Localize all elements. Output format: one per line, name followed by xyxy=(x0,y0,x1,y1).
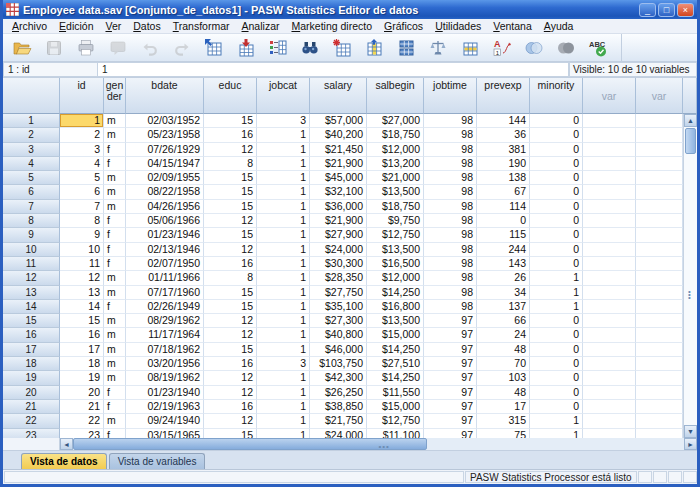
row-header-22[interactable]: 22 xyxy=(3,414,60,428)
cell-r13-minority[interactable]: 1 xyxy=(530,286,583,300)
cell-r17-var-11[interactable] xyxy=(636,343,683,357)
maximize-button[interactable]: □ xyxy=(658,3,675,17)
cell-r17-jobtime[interactable]: 97 xyxy=(424,343,477,357)
col-header-salary[interactable]: salary xyxy=(310,78,367,114)
goto-case-button[interactable] xyxy=(199,36,229,60)
cell-r19-var-10[interactable] xyxy=(583,371,636,385)
cell-r11-jobtime[interactable]: 98 xyxy=(424,257,477,271)
cell-r7-prevexp[interactable]: 114 xyxy=(477,200,530,214)
cell-r8-var-10[interactable] xyxy=(583,214,636,228)
pane-splitter-dots[interactable]: ••• xyxy=(688,290,691,299)
cell-r18-jobtime[interactable]: 97 xyxy=(424,357,477,371)
spell-check-button[interactable]: ABC xyxy=(583,36,613,60)
cell-r21-jobcat[interactable]: 1 xyxy=(257,400,310,414)
menu-ayuda[interactable]: Ayuda xyxy=(538,20,580,32)
cell-r7-minority[interactable]: 0 xyxy=(530,200,583,214)
close-button[interactable]: × xyxy=(677,3,694,17)
cell-r9-educ[interactable]: 15 xyxy=(204,228,257,242)
row-header-13[interactable]: 13 xyxy=(3,286,60,300)
cell-r23-jobcat[interactable]: 1 xyxy=(257,429,310,438)
scroll-left-button[interactable]: ◄ xyxy=(60,438,73,450)
row-header-21[interactable]: 21 xyxy=(3,400,60,414)
cell-r6-minority[interactable]: 0 xyxy=(530,185,583,199)
cell-r8-bdate[interactable]: 05/06/1966 xyxy=(126,214,204,228)
cell-r14-salary[interactable]: $35,100 xyxy=(310,300,367,314)
cell-r3-jobcat[interactable]: 1 xyxy=(257,143,310,157)
cell-r12-var-11[interactable] xyxy=(636,271,683,285)
cell-r1-gender[interactable]: m xyxy=(104,114,126,128)
tab-vista-de-datos[interactable]: Vista de datos xyxy=(21,453,107,469)
col-header-prevexp[interactable]: prevexp xyxy=(477,78,530,114)
cell-r9-salary[interactable]: $27,900 xyxy=(310,228,367,242)
cell-r14-id[interactable]: 14 xyxy=(60,300,104,314)
row-header-9[interactable]: 9 xyxy=(3,228,60,242)
row-header-14[interactable]: 14 xyxy=(3,300,60,314)
cell-r15-minority[interactable]: 0 xyxy=(530,314,583,328)
col-header-var-10[interactable]: var xyxy=(583,78,636,114)
cell-r10-var-10[interactable] xyxy=(583,243,636,257)
cell-r4-salary[interactable]: $21,900 xyxy=(310,157,367,171)
cell-r1-id[interactable]: 1 xyxy=(60,114,104,128)
cell-r17-id[interactable]: 17 xyxy=(60,343,104,357)
cell-r2-salary[interactable]: $40,200 xyxy=(310,128,367,142)
cell-r10-jobtime[interactable]: 98 xyxy=(424,243,477,257)
cell-r4-jobtime[interactable]: 98 xyxy=(424,157,477,171)
cell-r7-gender[interactable]: m xyxy=(104,200,126,214)
col-header-minority[interactable]: minority xyxy=(530,78,583,114)
cell-r20-var-11[interactable] xyxy=(636,386,683,400)
cell-r12-jobcat[interactable]: 1 xyxy=(257,271,310,285)
cell-r7-var-10[interactable] xyxy=(583,200,636,214)
cell-r15-var-10[interactable] xyxy=(583,314,636,328)
cell-r7-var-11[interactable] xyxy=(636,200,683,214)
cell-r2-gender[interactable]: m xyxy=(104,128,126,142)
cell-r16-salbegin[interactable]: $15,000 xyxy=(367,328,424,342)
cell-r14-var-10[interactable] xyxy=(583,300,636,314)
row-header-18[interactable]: 18 xyxy=(3,357,60,371)
cell-r20-var-10[interactable] xyxy=(583,386,636,400)
cell-r3-educ[interactable]: 12 xyxy=(204,143,257,157)
cell-r13-jobtime[interactable]: 98 xyxy=(424,286,477,300)
cell-r5-salary[interactable]: $45,000 xyxy=(310,171,367,185)
cell-r1-jobcat[interactable]: 3 xyxy=(257,114,310,128)
cell-r19-salbegin[interactable]: $14,250 xyxy=(367,371,424,385)
goto-variable-button[interactable] xyxy=(231,36,261,60)
cell-r18-id[interactable]: 18 xyxy=(60,357,104,371)
cell-r11-var-11[interactable] xyxy=(636,257,683,271)
cell-r13-bdate[interactable]: 07/17/1960 xyxy=(126,286,204,300)
select-cases-button[interactable] xyxy=(455,36,485,60)
cell-r10-minority[interactable]: 0 xyxy=(530,243,583,257)
cell-r10-salary[interactable]: $24,000 xyxy=(310,243,367,257)
cell-r15-salbegin[interactable]: $13,500 xyxy=(367,314,424,328)
cell-r5-minority[interactable]: 0 xyxy=(530,171,583,185)
cell-r20-prevexp[interactable]: 48 xyxy=(477,386,530,400)
cell-r16-var-11[interactable] xyxy=(636,328,683,342)
cell-r15-jobcat[interactable]: 1 xyxy=(257,314,310,328)
cell-r13-gender[interactable]: m xyxy=(104,286,126,300)
minimize-button[interactable]: _ xyxy=(639,3,656,17)
col-header-jobcat[interactable]: jobcat xyxy=(257,78,310,114)
cell-r3-salbegin[interactable]: $12,000 xyxy=(367,143,424,157)
value-labels-button[interactable]: A1 xyxy=(487,36,517,60)
cell-r17-var-10[interactable] xyxy=(583,343,636,357)
cell-r21-var-11[interactable] xyxy=(636,400,683,414)
cell-r9-var-10[interactable] xyxy=(583,228,636,242)
cell-r13-var-11[interactable] xyxy=(636,286,683,300)
cell-r9-jobtime[interactable]: 98 xyxy=(424,228,477,242)
cell-r20-bdate[interactable]: 01/23/1940 xyxy=(126,386,204,400)
cell-r10-educ[interactable]: 12 xyxy=(204,243,257,257)
cell-r17-prevexp[interactable]: 48 xyxy=(477,343,530,357)
cell-r16-salary[interactable]: $40,800 xyxy=(310,328,367,342)
cell-r1-salbegin[interactable]: $27,000 xyxy=(367,114,424,128)
scroll-right-button[interactable]: ► xyxy=(684,438,697,450)
cell-r6-jobtime[interactable]: 98 xyxy=(424,185,477,199)
col-header-var-11[interactable]: var xyxy=(636,78,683,114)
vertical-scroll-track[interactable]: ••• xyxy=(684,155,697,425)
cell-r18-minority[interactable]: 0 xyxy=(530,357,583,371)
cell-r3-var-10[interactable] xyxy=(583,143,636,157)
cell-r23-salbegin[interactable]: $11,100 xyxy=(367,429,424,438)
cell-r22-minority[interactable]: 1 xyxy=(530,414,583,428)
show-all-variables-button[interactable] xyxy=(551,36,581,60)
cell-r4-salbegin[interactable]: $13,200 xyxy=(367,157,424,171)
menu-analizar[interactable]: Analizar xyxy=(236,20,286,32)
menu-utilidades[interactable]: Utilidades xyxy=(429,20,487,32)
